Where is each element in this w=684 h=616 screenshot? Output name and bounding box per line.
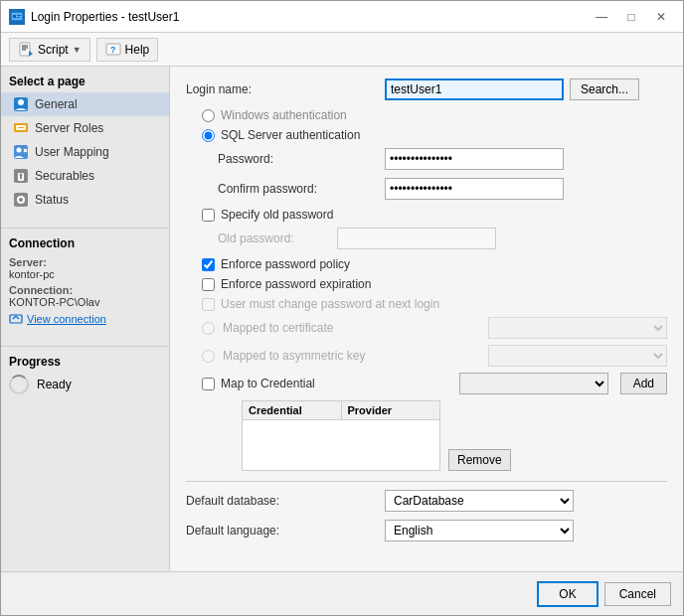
close-button[interactable]: ✕ — [647, 7, 675, 27]
login-name-row: Login name: Search... — [186, 78, 667, 100]
confirm-password-row: Confirm password: — [186, 178, 667, 200]
mapped-asymmetric-select[interactable] — [488, 345, 667, 367]
script-label: Script — [38, 43, 69, 57]
connection-value: KONTOR-PC\Olav — [9, 296, 161, 308]
progress-spinner — [9, 375, 29, 394]
sql-auth-row: SQL Server authentication — [186, 128, 667, 142]
ok-button[interactable]: OK — [537, 581, 598, 607]
old-password-row: Old password: — [186, 228, 667, 249]
password-input[interactable] — [385, 148, 564, 170]
sidebar-label-securables: Securables — [35, 169, 94, 183]
windows-auth-label: Windows authentication — [221, 108, 347, 122]
enforce-expiration-row: Enforce password expiration — [186, 277, 667, 291]
add-button[interactable]: Add — [620, 373, 667, 394]
default-language-row: Default language: English — [186, 520, 667, 541]
progress-section: Progress Ready — [1, 346, 169, 402]
mapped-asymmetric-radio[interactable] — [202, 350, 215, 363]
map-credential-checkbox[interactable] — [202, 378, 215, 390]
sql-auth-radio[interactable] — [202, 129, 215, 142]
sidebar-item-status[interactable]: Status — [1, 188, 169, 212]
svg-marker-9 — [29, 51, 33, 57]
svg-rect-22 — [20, 176, 22, 179]
specify-old-password-row: Specify old password — [186, 208, 667, 222]
divider — [186, 481, 667, 482]
sidebar: Select a page General — [1, 67, 170, 571]
default-database-row: Default database: CarDatabase — [186, 490, 667, 512]
remove-button[interactable]: Remove — [448, 449, 511, 471]
title-controls: — □ ✕ — [588, 7, 675, 27]
window-title: Login Properties - testUser1 — [31, 10, 179, 24]
must-change-checkbox[interactable] — [202, 298, 215, 311]
login-name-label: Login name: — [186, 82, 385, 96]
progress-status: Ready — [37, 378, 72, 391]
svg-rect-16 — [18, 127, 24, 128]
default-database-select[interactable]: CarDatabase — [385, 490, 574, 512]
windows-auth-row: Windows authentication — [186, 108, 667, 122]
cancel-button[interactable]: Cancel — [604, 582, 671, 606]
bottom-bar: OK Cancel — [1, 571, 683, 615]
mapped-certificate-label: Mapped to certificate — [223, 321, 480, 335]
old-password-label: Old password: — [218, 231, 337, 245]
search-button[interactable]: Search... — [570, 78, 639, 100]
enforce-policy-row: Enforce password policy — [186, 257, 667, 271]
confirm-password-input[interactable] — [385, 178, 564, 200]
server-label: Server: — [9, 256, 161, 268]
enforce-policy-label: Enforce password policy — [221, 257, 350, 271]
sidebar-item-securables[interactable]: Securables — [1, 164, 169, 188]
maximize-button[interactable]: □ — [617, 7, 645, 27]
connection-label: Connection: — [9, 284, 161, 296]
mapped-asymmetric-label: Mapped to asymmetric key — [223, 349, 480, 363]
credential-table-section: Credential Provider Remove — [186, 400, 667, 471]
default-language-select[interactable]: English — [385, 520, 574, 541]
content-area: Select a page General — [1, 67, 683, 571]
sidebar-item-user-mapping[interactable]: User Mapping — [1, 140, 169, 164]
enforce-expiration-checkbox[interactable] — [202, 278, 215, 291]
user-mapping-icon — [13, 144, 29, 160]
status-icon — [13, 192, 29, 208]
server-roles-icon — [13, 120, 29, 136]
svg-text:?: ? — [110, 45, 116, 55]
svg-point-25 — [19, 198, 23, 202]
old-password-input[interactable] — [337, 228, 496, 249]
password-row: Password: — [186, 148, 667, 170]
default-language-label: Default language: — [186, 524, 385, 538]
progress-row: Ready — [9, 375, 161, 394]
specify-old-password-label: Specify old password — [221, 208, 333, 222]
mapped-certificate-radio[interactable] — [202, 322, 215, 335]
credential-col1: Credential — [243, 401, 342, 419]
svg-point-13 — [18, 99, 24, 105]
mapped-certificate-row: Mapped to certificate — [186, 317, 667, 339]
main-panel: Login name: Search... Windows authentica… — [170, 67, 683, 571]
sidebar-item-server-roles[interactable]: Server Roles — [1, 116, 169, 140]
sidebar-label-status: Status — [35, 193, 69, 207]
svg-rect-4 — [17, 17, 20, 18]
mapped-certificate-select[interactable] — [488, 317, 667, 339]
must-change-row: User must change password at next login — [186, 297, 667, 311]
map-credential-row: Map to Credential Add — [186, 373, 667, 394]
enforce-expiration-label: Enforce password expiration — [221, 277, 371, 291]
map-credential-select[interactable] — [459, 373, 608, 394]
script-button[interactable]: Script ▼ — [9, 38, 90, 62]
help-button[interactable]: ? Help — [96, 38, 159, 62]
view-connection-link[interactable]: View connection — [9, 312, 161, 326]
connection-icon — [9, 312, 23, 326]
title-bar-left: Login Properties - testUser1 — [9, 9, 179, 25]
enforce-policy-checkbox[interactable] — [202, 258, 215, 271]
credential-body — [243, 420, 439, 470]
toolbar: Script ▼ ? Help — [1, 33, 683, 67]
credential-table: Credential Provider — [242, 400, 440, 471]
minimize-button[interactable]: — — [588, 7, 615, 27]
specify-old-password-checkbox[interactable] — [202, 209, 215, 222]
app-icon — [9, 9, 25, 25]
windows-auth-radio[interactable] — [202, 109, 215, 122]
view-connection-text: View connection — [27, 313, 106, 325]
confirm-password-label: Confirm password: — [218, 182, 385, 196]
svg-point-18 — [17, 148, 22, 153]
sidebar-label-user-mapping: User Mapping — [35, 145, 109, 159]
map-credential-label: Map to Credential — [221, 377, 447, 390]
sidebar-item-general[interactable]: General — [1, 92, 169, 116]
login-name-input[interactable] — [385, 78, 564, 100]
default-database-label: Default database: — [186, 494, 385, 508]
script-icon — [18, 42, 34, 58]
mapped-asymmetric-row: Mapped to asymmetric key — [186, 345, 667, 367]
